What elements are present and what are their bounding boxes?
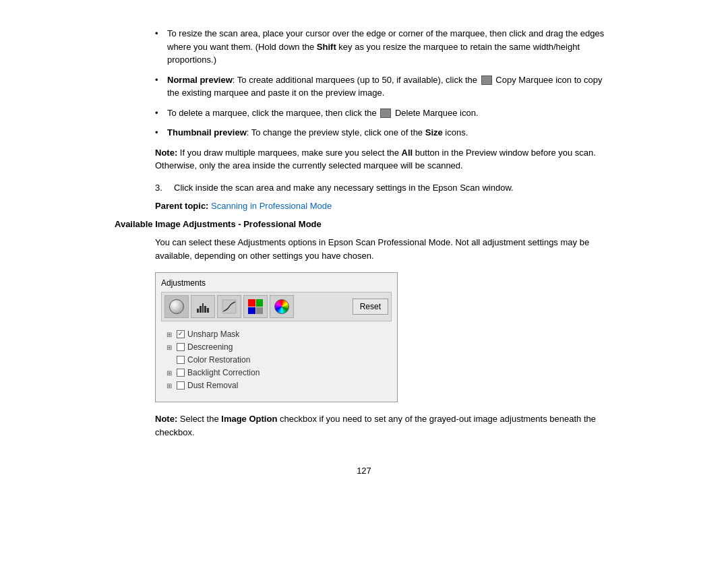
- adjustments-toolbar: Reset: [161, 292, 392, 321]
- btn-color-wheel[interactable]: [270, 295, 294, 318]
- descreening-label: Descreening: [187, 342, 233, 352]
- adjustments-image: Adjustments: [155, 272, 398, 402]
- bullet-delete-marquee: To delete a marquee, click the marquee, …: [155, 106, 613, 120]
- section-heading: Available Image Adjustments - Profession…: [115, 219, 613, 229]
- bold-image-option: Image Option: [221, 414, 277, 424]
- bold-all: All: [402, 148, 413, 158]
- bullet-delete-marquee-text: To delete a marquee, click the marquee, …: [167, 108, 479, 118]
- adj-item-descreening: ⊞ Descreening: [166, 342, 386, 352]
- section-body: You can select these Adjustments options…: [155, 236, 613, 262]
- adjustments-panel-container: Adjustments: [155, 272, 613, 402]
- backlight-correction-checkbox-area: Backlight Correction: [177, 368, 260, 377]
- note2-area: Note: Select the Image Option checkbox i…: [155, 412, 613, 439]
- bullet-thumbnail-preview: Thumbnail preview: To change the preview…: [155, 126, 613, 139]
- page-container: To resize the scan area, place your curs…: [101, 0, 627, 503]
- parent-topic: Parent topic: Scanning in Professional M…: [155, 199, 613, 213]
- step3: 3. Click inside the scan area and make a…: [155, 183, 613, 193]
- bullet-thumbnail-preview-text: Thumbnail preview: To change the preview…: [167, 127, 468, 137]
- bullet-resize-text: To resize the scan area, place your curs…: [167, 28, 604, 65]
- backlight-correction-checkbox[interactable]: [177, 369, 185, 377]
- adj-item-unsharp-mask: ⊞ Unsharp Mask: [166, 330, 386, 339]
- color-balance-icon: [248, 299, 263, 314]
- dust-removal-label: Dust Removal: [187, 381, 238, 390]
- adj-items-list: ⊞ Unsharp Mask ⊞ Descreening ⊞: [161, 327, 392, 396]
- adj-item-dust-removal: ⊞ Dust Removal: [166, 381, 386, 390]
- adjustments-panel-title: Adjustments: [161, 278, 392, 288]
- expand-icon-backlight[interactable]: ⊞: [166, 369, 173, 377]
- histogram-icon: [195, 299, 210, 314]
- note2: Note: Select the Image Option checkbox i…: [155, 412, 613, 439]
- bold-normal-preview: Normal preview: [167, 75, 233, 85]
- curve-icon: [222, 299, 237, 314]
- page-number: 127: [115, 466, 613, 476]
- note2-label: Note:: [155, 414, 177, 424]
- color-restoration-checkbox[interactable]: [177, 356, 185, 364]
- content-area: To resize the scan area, place your curs…: [155, 27, 613, 212]
- bold-shift: Shift: [317, 42, 336, 52]
- dust-removal-checkbox[interactable]: [177, 381, 185, 389]
- reset-button[interactable]: Reset: [353, 299, 388, 315]
- bullet-normal-preview: Normal preview: To create additional mar…: [155, 73, 613, 100]
- unsharp-mask-checkbox-area: Unsharp Mask: [177, 330, 239, 339]
- note1-text: If you draw multiple marquees, make sure…: [155, 148, 596, 171]
- note2-text: Select the Image Option checkbox if you …: [155, 414, 596, 437]
- descreening-checkbox-area: Descreening: [177, 342, 233, 352]
- expand-icon-dust-removal[interactable]: ⊞: [166, 382, 173, 389]
- backlight-correction-label: Backlight Correction: [187, 368, 260, 377]
- bullet-list: To resize the scan area, place your curs…: [155, 27, 613, 139]
- btn-color-balance[interactable]: [243, 295, 268, 318]
- unsharp-mask-label: Unsharp Mask: [187, 330, 239, 339]
- step3-number: 3.: [155, 183, 169, 193]
- color-restoration-checkbox-area: Color Restoration: [177, 355, 250, 365]
- copy-marquee-icon: [481, 75, 492, 85]
- bold-size: Size: [425, 127, 443, 137]
- dust-removal-checkbox-area: Dust Removal: [177, 381, 238, 390]
- color-restoration-label: Color Restoration: [187, 355, 250, 365]
- bullet-resize: To resize the scan area, place your curs…: [155, 27, 613, 67]
- adj-item-backlight-correction: ⊞ Backlight Correction: [166, 368, 386, 377]
- color-wheel-icon: [274, 299, 289, 314]
- bullet-normal-preview-text: Normal preview: To create additional mar…: [167, 75, 603, 98]
- parent-topic-link[interactable]: Scanning in Professional Mode: [211, 201, 332, 211]
- note1-label: Note:: [155, 148, 177, 158]
- unsharp-mask-checkbox[interactable]: [177, 330, 185, 338]
- bold-thumbnail-preview: Thumbnail preview: [167, 127, 247, 137]
- descreening-checkbox[interactable]: [177, 343, 185, 351]
- expand-icon-descreening[interactable]: ⊞: [166, 344, 173, 351]
- btn-sharpness[interactable]: [164, 295, 189, 318]
- btn-curve[interactable]: [217, 295, 241, 318]
- btn-histogram[interactable]: [191, 295, 215, 318]
- delete-marquee-icon: [380, 108, 391, 118]
- expand-icon-unsharp[interactable]: ⊞: [166, 331, 173, 338]
- parent-topic-label: Parent topic:: [155, 201, 208, 211]
- step3-text: Click inside the scan area and make any …: [174, 183, 514, 193]
- sphere-icon: [169, 299, 184, 314]
- adj-item-color-restoration: ⊞ Color Restoration: [166, 355, 386, 365]
- note1: Note: If you draw multiple marquees, mak…: [155, 146, 613, 173]
